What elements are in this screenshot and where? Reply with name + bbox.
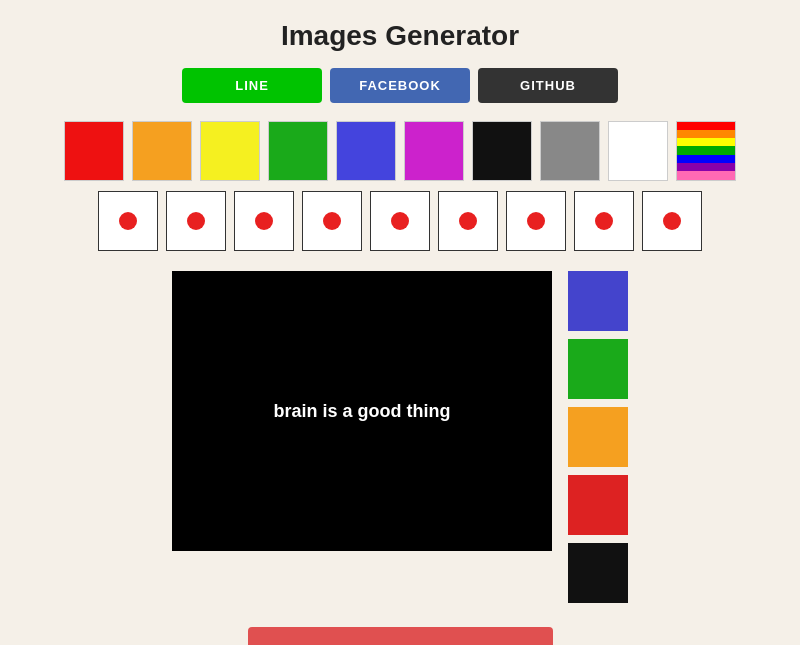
github-button[interactable]: GITHUB [478,68,618,103]
swatch-rainbow[interactable] [676,121,736,181]
red-dot-1 [119,212,137,230]
canvas-preview: brain is a good thing [172,271,552,551]
swatch-blue[interactable] [336,121,396,181]
dot-swatch-4[interactable] [302,191,362,251]
red-dot-5 [391,212,409,230]
swatch-orange[interactable] [132,121,192,181]
side-color-palette [568,271,628,603]
dot-swatch-9[interactable] [642,191,702,251]
dot-swatch-7[interactable] [506,191,566,251]
red-dot-2 [187,212,205,230]
main-area: brain is a good thing [172,271,628,603]
dot-swatch-2[interactable] [166,191,226,251]
upload-image-button[interactable]: Upload Image [248,627,553,645]
line-button[interactable]: LINE [182,68,322,103]
dot-swatch-6[interactable] [438,191,498,251]
swatch-green[interactable] [268,121,328,181]
dot-swatch-1[interactable] [98,191,158,251]
red-dot-9 [663,212,681,230]
dot-swatch-3[interactable] [234,191,294,251]
red-dot-8 [595,212,613,230]
canvas-text: brain is a good thing [274,401,451,422]
swatch-magenta[interactable] [404,121,464,181]
side-swatch-green[interactable] [568,339,628,399]
red-dot-3 [255,212,273,230]
side-swatch-orange[interactable] [568,407,628,467]
red-dot-7 [527,212,545,230]
swatch-gray[interactable] [540,121,600,181]
side-swatch-black[interactable] [568,543,628,603]
platform-buttons: LINE FACEBOOK GITHUB [182,68,618,103]
swatch-black[interactable] [472,121,532,181]
dot-swatch-5[interactable] [370,191,430,251]
red-dot-6 [459,212,477,230]
red-dot-4 [323,212,341,230]
side-swatch-red[interactable] [568,475,628,535]
page-title: Images Generator [281,20,519,52]
swatch-white[interactable] [608,121,668,181]
dot-swatches-row [98,191,702,251]
facebook-button[interactable]: FACEBOOK [330,68,470,103]
side-swatch-blue[interactable] [568,271,628,331]
swatch-red[interactable] [64,121,124,181]
dot-swatch-8[interactable] [574,191,634,251]
swatch-yellow[interactable] [200,121,260,181]
color-swatches-row [64,121,736,181]
